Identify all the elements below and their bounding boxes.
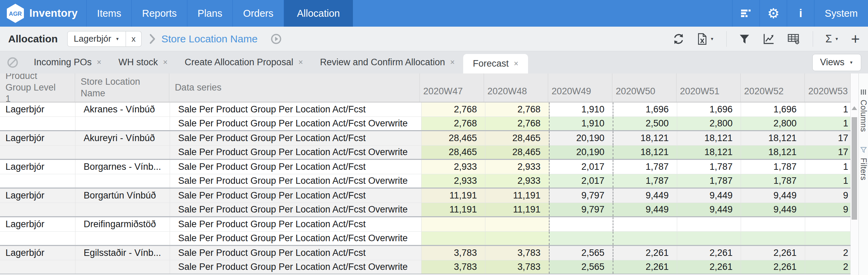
cell-week-value[interactable] (613, 217, 677, 231)
nav-item-items[interactable]: Items (86, 0, 131, 27)
close-icon[interactable]: × (298, 58, 303, 67)
cell-week-value[interactable]: 28,465 (422, 146, 485, 159)
cell-week-value[interactable] (613, 232, 677, 245)
cell-week-value[interactable]: 9,449 (741, 203, 805, 216)
cell-week-value[interactable]: 18,121 (677, 146, 741, 159)
cell-week-value[interactable]: 2,261 (741, 260, 805, 274)
nav-item-system[interactable]: System (814, 0, 868, 27)
cell-week-value[interactable]: 2,261 (613, 246, 677, 260)
column-header-week[interactable]: 2020W48 (484, 73, 548, 102)
cell-week-value[interactable]: 2,565 (550, 260, 613, 274)
tab-review-and-confirm-allocation[interactable]: Review and Confirm Allocation× (312, 51, 464, 73)
cell-week-value[interactable]: 2,768 (422, 117, 485, 130)
cell-week-value[interactable]: 20,190 (550, 146, 613, 159)
cell-week-value[interactable]: 3,783 (485, 246, 549, 260)
cell-week-value[interactable]: 3,783 (422, 246, 485, 260)
cell-week-value[interactable]: 2,933 (485, 160, 549, 174)
cell-week-value[interactable]: 18,121 (613, 146, 677, 159)
cell-week-value[interactable]: 11,191 (485, 203, 549, 216)
cell-week-value[interactable]: 1,696 (677, 102, 741, 116)
column-header-week[interactable]: 2020W52 (741, 73, 805, 102)
close-icon[interactable]: × (514, 59, 518, 68)
close-icon[interactable]: × (97, 58, 101, 67)
cell-week-value[interactable]: 11,191 (422, 189, 485, 203)
cell-week-value[interactable]: 1,910 (550, 102, 613, 116)
cell-week-value[interactable]: 11,191 (485, 189, 549, 203)
chart-icon[interactable] (762, 33, 775, 45)
close-icon[interactable]: × (163, 58, 168, 67)
cell-week-value[interactable]: 18,121 (677, 131, 741, 145)
cell-week-value[interactable] (485, 232, 549, 245)
cell-week-value[interactable]: 2,800 (741, 117, 805, 130)
cell-week-value[interactable]: 9,449 (677, 189, 741, 203)
vertical-scrollbar[interactable] (851, 73, 858, 275)
cell-week-value[interactable] (741, 232, 805, 245)
nav-item-reports[interactable]: Reports (131, 0, 187, 27)
column-header-store-location[interactable]: Store Location Name (75, 73, 169, 102)
cell-week-value[interactable]: 2,261 (677, 246, 741, 260)
cell-week-value[interactable]: 9,449 (677, 203, 741, 216)
cell-week-value[interactable]: 18,121 (741, 146, 805, 159)
product-group-filter-dropdown[interactable]: Lagerbjór ▼ (67, 31, 126, 47)
column-header-week[interactable]: 2020W51 (677, 73, 741, 102)
cell-week-value[interactable]: 2,565 (550, 246, 613, 260)
excel-export-dropdown[interactable]: ▼ (697, 33, 714, 45)
cell-week-value[interactable]: 3,783 (422, 260, 485, 274)
nav-item-orders[interactable]: Orders (232, 0, 284, 27)
filters-panel-icon[interactable] (860, 147, 867, 154)
cell-week-value[interactable]: 2 (805, 246, 851, 260)
cell-week-value[interactable]: 28,465 (422, 131, 485, 145)
scroll-up-arrow-icon[interactable] (852, 106, 857, 110)
column-header-data-series[interactable]: Data series (169, 73, 420, 102)
cell-week-value[interactable]: 2 (805, 260, 851, 274)
block-icon[interactable] (0, 51, 25, 73)
table-settings-icon[interactable] (787, 33, 800, 45)
cell-week-value[interactable] (805, 217, 851, 231)
cell-week-value[interactable]: 1,787 (741, 174, 805, 188)
cell-week-value[interactable]: 9,449 (613, 203, 677, 216)
info-icon[interactable]: i (787, 0, 814, 27)
cell-week-value[interactable]: 20,190 (550, 131, 613, 145)
close-icon[interactable]: × (450, 58, 455, 67)
cell-week-value[interactable] (805, 232, 851, 245)
cell-week-value[interactable] (550, 232, 613, 245)
cell-week-value[interactable] (677, 217, 741, 231)
columns-panel-tab[interactable]: Columns (859, 100, 868, 132)
cell-week-value[interactable]: 1,787 (677, 160, 741, 174)
column-header-week[interactable]: 2020W47 (420, 73, 484, 102)
filters-panel-tab[interactable]: Filters (859, 158, 868, 180)
settings-gear-icon[interactable]: ⚙ (759, 0, 787, 27)
cell-week-value[interactable]: 9,449 (613, 189, 677, 203)
cell-week-value[interactable]: 17 (805, 146, 851, 159)
cell-week-value[interactable]: 1,787 (613, 160, 677, 174)
cell-week-value[interactable]: 9,449 (741, 189, 805, 203)
cell-week-value[interactable]: 9,797 (550, 203, 613, 216)
cell-week-value[interactable]: 18,121 (613, 131, 677, 145)
cell-week-value[interactable] (422, 217, 485, 231)
cell-week-value[interactable] (677, 232, 741, 245)
cell-week-value[interactable]: 2,261 (741, 246, 805, 260)
tab-wh-stock[interactable]: WH stock× (110, 51, 176, 73)
cell-week-value[interactable]: 28,465 (485, 146, 549, 159)
column-header-week[interactable]: 2020W49 (548, 73, 612, 102)
filter-funnel-icon[interactable] (739, 33, 750, 44)
cell-week-value[interactable]: 9 (805, 203, 851, 216)
cell-week-value[interactable]: 2,500 (613, 117, 677, 130)
tab-incoming-pos[interactable]: Incoming POs× (25, 51, 110, 73)
drill-down-icon[interactable] (271, 33, 282, 44)
column-header-product-group[interactable]: Product Group Level 1 (0, 73, 75, 102)
cell-week-value[interactable]: 1,787 (613, 174, 677, 188)
cell-week-value[interactable]: 1,787 (677, 174, 741, 188)
cell-week-value[interactable]: 2,768 (485, 102, 549, 116)
columns-panel-icon[interactable] (861, 89, 866, 96)
store-location-name-link[interactable]: Store Location Name (161, 33, 258, 45)
cell-week-value[interactable]: 2,933 (485, 174, 549, 188)
cell-week-value[interactable]: 1,696 (741, 102, 805, 116)
scrollbar-thumb[interactable] (852, 117, 857, 220)
cell-week-value[interactable] (741, 217, 805, 231)
nav-item-plans[interactable]: Plans (187, 0, 233, 27)
column-header-week[interactable]: 2020W50 (612, 73, 677, 102)
tab-forecast-active[interactable]: Forecast× (463, 54, 528, 73)
server-icon[interactable] (732, 0, 759, 27)
cell-week-value[interactable]: 1 (805, 102, 851, 116)
